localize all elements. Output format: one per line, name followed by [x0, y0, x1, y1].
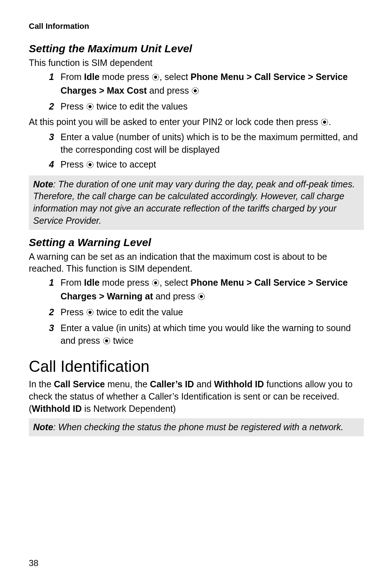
text-fragment: In the: [29, 379, 54, 389]
text-bold: Call Service: [54, 379, 105, 389]
text-fragment: twice to accept: [94, 159, 156, 169]
svg-point-5: [89, 105, 91, 108]
text-fragment: From: [61, 72, 84, 82]
svg-point-13: [200, 295, 203, 298]
text-fragment: and press: [153, 291, 198, 301]
step-number: 2: [40, 306, 61, 320]
step-number: 1: [40, 276, 61, 304]
text-fragment: and press: [147, 85, 192, 95]
navigation-key-icon: [197, 291, 205, 304]
navigation-key-icon: [191, 85, 199, 98]
svg-point-3: [194, 89, 197, 92]
note-label: Note: [33, 422, 53, 432]
text-fragment: Press: [61, 159, 86, 169]
text-fragment: , select: [160, 72, 191, 82]
mid-paragraph: At this point you will be asked to enter…: [29, 116, 364, 129]
note-box: Note: When checking the status the phone…: [29, 418, 364, 436]
navigation-key-icon: [86, 159, 94, 172]
svg-point-15: [89, 311, 91, 314]
navigation-key-icon: [321, 117, 328, 129]
step-number: 3: [40, 322, 61, 348]
text-bold: Idle: [84, 277, 99, 288]
step-text: From Idle mode press , select Phone Menu…: [61, 276, 364, 304]
text-fragment: twice to edit the value: [94, 307, 183, 317]
note-box: Note: The duration of one unit may vary …: [29, 175, 364, 230]
intro-warning: A warning can be set as an indication th…: [29, 251, 364, 275]
page-number: 38: [29, 558, 39, 568]
running-header: Call Information: [29, 22, 364, 31]
note-text: : When checking the status the phone mus…: [53, 422, 344, 432]
paragraph-call-id: In the Call Service menu, the Caller’s I…: [29, 378, 364, 415]
steps-max-unit-a: 1 From Idle mode press , select Phone Me…: [29, 71, 364, 114]
step-text: Press twice to accept: [61, 158, 364, 172]
navigation-key-icon: [152, 72, 160, 84]
svg-point-11: [154, 281, 157, 284]
svg-point-1: [154, 76, 157, 79]
text-bold: Idle: [84, 72, 99, 82]
text-fragment: and: [194, 379, 214, 389]
text-bold: Withhold ID: [214, 379, 264, 389]
text-fragment: Press: [61, 307, 86, 317]
navigation-key-icon: [152, 277, 160, 290]
svg-point-9: [89, 163, 91, 166]
step-number: 1: [40, 71, 61, 98]
steps-max-unit-b: 3 Enter a value (number of units) which …: [29, 131, 364, 172]
step-text: Press twice to edit the value: [61, 306, 364, 320]
svg-point-17: [105, 339, 108, 342]
navigation-key-icon: [86, 307, 94, 320]
text-fragment: mode press: [99, 277, 152, 288]
text-fragment: is Network Dependent): [82, 404, 176, 414]
text-bold: Caller’s ID: [150, 379, 194, 389]
navigation-key-icon: [86, 101, 94, 114]
note-text: : The duration of one unit may vary duri…: [33, 179, 355, 226]
text-bold: Withhold ID: [32, 404, 82, 414]
text-fragment: menu, the: [105, 379, 150, 389]
svg-point-7: [323, 121, 326, 124]
navigation-key-icon: [103, 335, 111, 348]
step-text: From Idle mode press , select Phone Menu…: [61, 71, 364, 98]
step-number: 4: [40, 158, 61, 172]
text-fragment: twice to edit the values: [94, 101, 188, 111]
text-fragment: At this point you will be asked to enter…: [29, 117, 321, 127]
step-number: 2: [40, 100, 61, 114]
heading-warning-level: Setting a Warning Level: [29, 236, 364, 249]
note-label: Note: [33, 179, 53, 189]
heading-max-unit-level: Setting the Maximum Unit Level: [29, 43, 364, 55]
text-fragment: twice: [111, 335, 134, 346]
step-text: Press twice to edit the values: [61, 100, 364, 114]
text-fragment: mode press: [99, 72, 152, 82]
intro-max-unit: This function is SIM dependent: [29, 57, 364, 69]
text-fragment: From: [61, 277, 84, 288]
text-fragment: , select: [160, 277, 191, 288]
step-number: 3: [40, 131, 61, 156]
heading-call-identification: Call Identification: [29, 357, 364, 375]
text-fragment: Press: [61, 101, 86, 111]
step-text: Enter a value (number of units) which is…: [61, 131, 364, 156]
steps-warning: 1 From Idle mode press , select Phone Me…: [29, 276, 364, 348]
text-fragment: .: [328, 117, 331, 127]
step-text: Enter a value (in units) at which time y…: [61, 322, 364, 348]
